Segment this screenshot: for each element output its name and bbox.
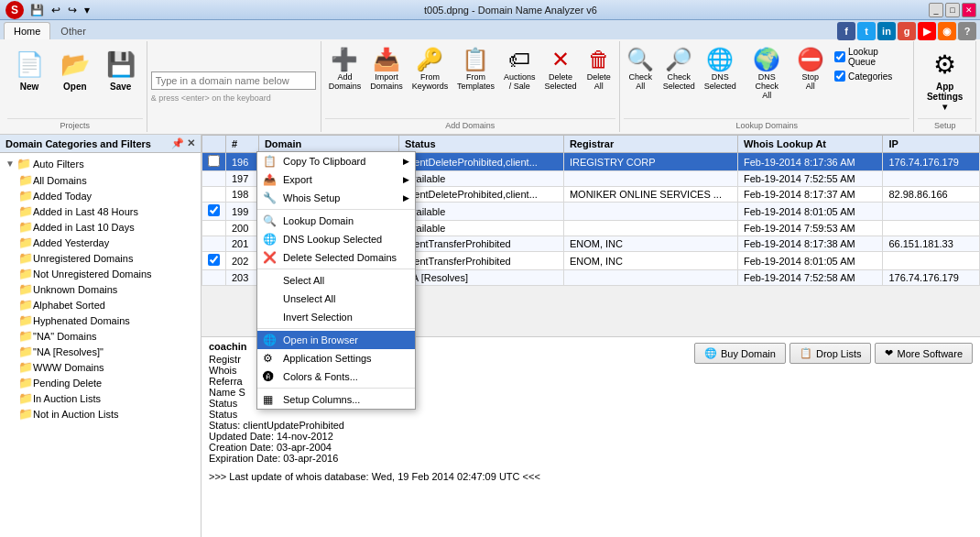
- open-button[interactable]: 📂 Open: [53, 43, 97, 96]
- app-settings-button[interactable]: ⚙ AppSettings ▾: [918, 43, 972, 116]
- ctx-whois-setup[interactable]: 🔧 Whois Setup ▶: [257, 189, 415, 207]
- ctx-dns-lookup[interactable]: 🌐 DNS Lookup Selected: [257, 230, 415, 248]
- ctx-app-settings[interactable]: ⚙ Application Settings: [257, 349, 415, 367]
- sidebar-item-in-auction[interactable]: 📁 In Auction Lists: [18, 390, 197, 406]
- qat-save[interactable]: 💾: [27, 3, 47, 17]
- ctx-colors-fonts[interactable]: 🅐 Colors & Fonts...: [257, 367, 415, 386]
- check-all-button[interactable]: 🔍 CheckAll: [624, 43, 658, 95]
- na-resolves-icon: 📁: [18, 345, 33, 358]
- ctx-lookup-domain[interactable]: 🔍 Lookup Domain: [257, 212, 415, 230]
- stop-all-button[interactable]: ⛔ StopAll: [793, 43, 827, 95]
- from-keywords-button[interactable]: 🔑 FromKeywords: [408, 43, 452, 95]
- row-check[interactable]: [202, 203, 226, 221]
- sidebar-close[interactable]: ✕: [187, 137, 195, 149]
- row-check[interactable]: [202, 270, 226, 286]
- col-whois-header[interactable]: Whois Lookup At: [737, 136, 882, 153]
- sidebar-item-added-10d[interactable]: 📁 Added in Last 10 Days: [18, 219, 197, 235]
- ctx-select-all[interactable]: Select All: [257, 271, 415, 290]
- sidebar-item-www[interactable]: 📁 WWW Domains: [18, 359, 197, 375]
- sidebar-item-not-in-auction[interactable]: 📁 Not in Auction Lists: [18, 406, 197, 422]
- sidebar-item-alphabet[interactable]: 📁 Alphabet Sorted: [18, 297, 197, 312]
- sidebar-item-added-yesterday[interactable]: 📁 Added Yesterday: [18, 235, 197, 250]
- sidebar-item-na[interactable]: 📁 "NA" Domains: [18, 328, 197, 344]
- ctx-open-browser[interactable]: 🌐 Open in Browser: [257, 331, 415, 349]
- ctx-unselect-all[interactable]: Unselect All: [257, 290, 415, 308]
- delete-all-button[interactable]: 🗑 DeleteAll: [583, 43, 615, 95]
- import-domains-button[interactable]: 📥 ImportDomains: [366, 43, 407, 95]
- facebook-icon[interactable]: f: [837, 22, 855, 40]
- domain-input[interactable]: [151, 71, 316, 90]
- row-check[interactable]: [202, 221, 226, 236]
- qat-dropdown[interactable]: ▾: [82, 3, 93, 17]
- group-projects-label: Projects: [7, 118, 143, 130]
- row-check[interactable]: [202, 187, 226, 203]
- row-check[interactable]: [202, 153, 226, 171]
- buy-domain-button[interactable]: 🌐 Buy Domain: [694, 343, 786, 364]
- more-software-button[interactable]: ❤ More Software: [875, 343, 973, 364]
- row-status: clientDeleteProhibited,client...: [398, 153, 563, 171]
- row-check[interactable]: [202, 252, 226, 270]
- pending-delete-icon: 📁: [18, 376, 33, 389]
- linkedin-icon[interactable]: in: [877, 22, 896, 40]
- sidebar-item-added-48h[interactable]: 📁 Added in Last 48 Hours: [18, 203, 197, 219]
- youtube-icon[interactable]: ▶: [918, 22, 936, 40]
- col-domain-header[interactable]: Domain: [258, 136, 398, 153]
- ctx-setup-columns[interactable]: ▦ Setup Columns...: [257, 390, 415, 409]
- dns-check-all-button[interactable]: 🌍 DNS CheckAll: [742, 43, 792, 104]
- tab-home[interactable]: Home: [4, 22, 50, 39]
- auctions-sale-button[interactable]: 🏷 Auctions/ Sale: [500, 43, 539, 95]
- save-button[interactable]: 💾 Save: [99, 43, 143, 96]
- all-domains-icon: 📁: [18, 173, 33, 187]
- sidebar-item-all-domains[interactable]: 📁 All Domains: [18, 172, 197, 188]
- qat-undo[interactable]: ↩: [49, 3, 63, 17]
- col-status-header[interactable]: Status: [398, 136, 563, 153]
- row-ip: [883, 252, 980, 270]
- help-icon[interactable]: ?: [958, 22, 976, 40]
- from-templates-button[interactable]: 📋 FromTemplates: [453, 43, 498, 95]
- sidebar-item-added-today[interactable]: 📁 Added Today: [18, 188, 197, 203]
- ctx-copy-clipboard[interactable]: 📋 Copy To Clipboard ▶: [257, 152, 415, 170]
- ctx-export[interactable]: 📤 Export ▶: [257, 170, 415, 189]
- check-selected-button[interactable]: 🔎 CheckSelected: [659, 43, 699, 95]
- googleplus-icon[interactable]: g: [898, 22, 916, 40]
- new-button[interactable]: 📄 New: [7, 43, 51, 96]
- lookup-queue-check[interactable]: Lookup Queue: [834, 47, 904, 67]
- maximize-button[interactable]: □: [945, 3, 960, 17]
- sidebar-item-unknown[interactable]: 📁 Unknown Domains: [18, 281, 197, 297]
- col-num-header[interactable]: #: [226, 136, 259, 153]
- row-whois: Feb-19-2014 8:17:38 AM: [737, 236, 882, 252]
- more-software-icon: ❤: [885, 347, 893, 359]
- categories-check[interactable]: Categories: [834, 71, 904, 82]
- ctx-delete-selected[interactable]: ❌ Delete Selected Domains: [257, 248, 415, 267]
- sidebar-item-not-unregistered[interactable]: 📁 Not Unregistered Domains: [18, 266, 197, 281]
- row-check[interactable]: [202, 171, 226, 187]
- row-status: Available: [398, 203, 563, 221]
- drop-lists-button[interactable]: 📋 Drop Lists: [789, 343, 872, 364]
- dns-selected-button[interactable]: 🌐 DNSSelected: [701, 43, 740, 95]
- ctx-invert-selection[interactable]: Invert Selection: [257, 308, 415, 326]
- col-registrar-header[interactable]: Registrar: [563, 136, 737, 153]
- qat-redo[interactable]: ↪: [65, 3, 80, 17]
- group-add-domains: ➕ AddDomains 📥 ImportDomains 🔑 FromKeywo…: [321, 41, 620, 132]
- close-button[interactable]: ✕: [962, 3, 976, 17]
- tab-other[interactable]: Other: [50, 22, 96, 39]
- twitter-icon[interactable]: t: [857, 22, 876, 40]
- sidebar-item-na-resolves[interactable]: 📁 "NA [Resolves]": [18, 344, 197, 359]
- delete-selected-button[interactable]: ✕ DeleteSelected: [541, 43, 581, 95]
- col-ip-header[interactable]: IP: [883, 136, 980, 153]
- sidebar-item-unregistered[interactable]: 📁 Unregistered Domains: [18, 250, 197, 266]
- sidebar-item-hyphenated[interactable]: 📁 Hyphenated Domains: [18, 312, 197, 328]
- group-lookup-label: Lookup Domains: [624, 118, 909, 130]
- group-setup-label: Setup: [918, 118, 972, 130]
- tree-auto-filters[interactable]: ▼ 📁 Auto Filters: [4, 155, 197, 172]
- row-check[interactable]: [202, 236, 226, 252]
- rss-icon[interactable]: ◉: [938, 22, 956, 40]
- arrow-icon: ▶: [403, 193, 409, 203]
- sidebar-pin[interactable]: 📌: [171, 137, 184, 149]
- open-browser-icon: 🌐: [263, 334, 277, 346]
- add-domains-button[interactable]: ➕ AddDomains: [325, 43, 365, 95]
- import-domains-icon: 📥: [374, 47, 399, 72]
- detail-creation-date: Creation Date: 03-apr-2004: [209, 442, 973, 453]
- minimize-button[interactable]: _: [929, 3, 943, 17]
- sidebar-item-pending-delete[interactable]: 📁 Pending Delete: [18, 375, 197, 390]
